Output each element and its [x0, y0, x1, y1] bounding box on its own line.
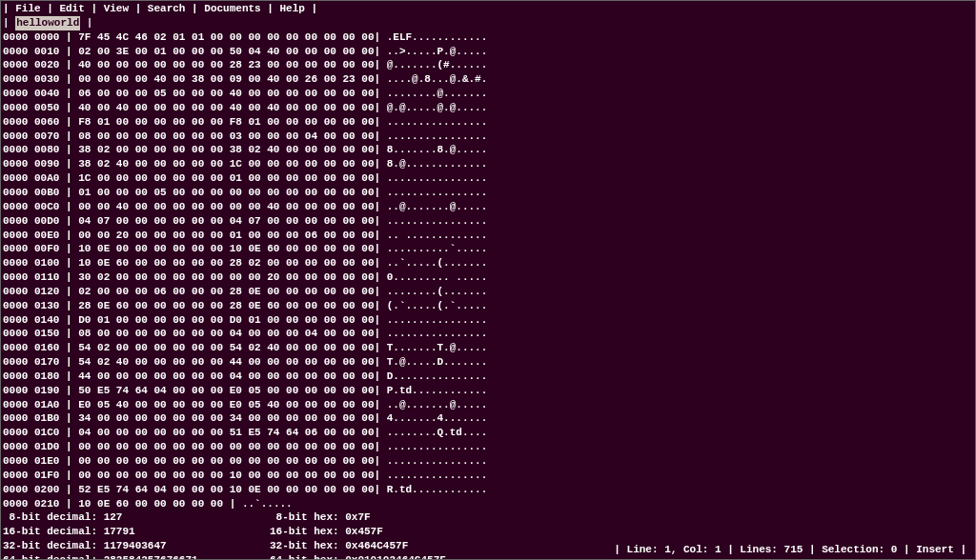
- hex-ascii[interactable]: ................: [387, 214, 488, 229]
- hex-bytes[interactable]: E0 05 40 00 00 00 00 00 E0 05 40 00 00 0…: [78, 398, 374, 412]
- menu-edit[interactable]: Edit: [59, 2, 84, 16]
- hex-ascii[interactable]: ................: [387, 469, 488, 483]
- hex-bytes[interactable]: 40 00 40 00 00 00 00 00 40 00 40 00 00 0…: [78, 101, 374, 115]
- hex-ascii[interactable]: 8.......8.@.....: [387, 143, 488, 157]
- hex-ascii[interactable]: P.td............: [387, 384, 488, 398]
- hex-bytes[interactable]: D0 01 00 00 00 00 00 00 D0 01 00 00 00 0…: [78, 313, 374, 328]
- hex-row[interactable]: 0000 01A0 | E0 05 40 00 00 00 00 00 E0 0…: [3, 398, 973, 412]
- hex-bytes[interactable]: F8 01 00 00 00 00 00 00 F8 01 00 00 00 0…: [78, 115, 374, 130]
- hex-row[interactable]: 0000 0120 | 02 00 00 00 06 00 00 00 28 0…: [3, 285, 973, 299]
- menu-view[interactable]: View: [104, 2, 129, 16]
- hex-bytes[interactable]: 34 00 00 00 00 00 00 00 34 00 00 00 00 0…: [78, 411, 374, 426]
- hex-bytes[interactable]: 00 00 40 00 00 00 00 00 00 00 40 00 00 0…: [78, 200, 374, 214]
- hex-ascii[interactable]: ................: [387, 171, 488, 186]
- hex-row[interactable]: 0000 0000 | 7F 45 4C 46 02 01 01 00 00 0…: [3, 30, 973, 45]
- hex-row[interactable]: 0000 0070 | 08 00 00 00 00 00 00 00 03 0…: [3, 130, 973, 144]
- hex-ascii[interactable]: ........(.......: [387, 285, 488, 299]
- hex-ascii[interactable]: (.`.....(.`.....: [387, 299, 488, 313]
- hex-row[interactable]: 0000 0090 | 38 02 40 00 00 00 00 00 1C 0…: [3, 157, 973, 171]
- menu-documents[interactable]: Documents: [204, 2, 260, 16]
- hex-ascii[interactable]: ..........`.....: [387, 242, 488, 256]
- hex-bytes[interactable]: 1C 00 00 00 00 00 00 00 01 00 00 00 00 0…: [78, 171, 374, 186]
- hex-row[interactable]: 0000 0210 | 10 0E 60 00 00 00 00 00 | ..…: [3, 497, 973, 511]
- hex-ascii[interactable]: .ELF............: [387, 30, 488, 45]
- hex-bytes[interactable]: 06 00 00 00 05 00 00 00 40 00 00 00 00 0…: [78, 87, 374, 101]
- hex-bytes[interactable]: 28 0E 60 00 00 00 00 00 28 0E 60 00 00 0…: [78, 299, 374, 313]
- hex-ascii[interactable]: ................: [387, 313, 488, 328]
- hex-bytes[interactable]: 7F 45 4C 46 02 01 01 00 00 00 00 00 00 0…: [78, 30, 374, 45]
- hex-row[interactable]: 0000 0050 | 40 00 40 00 00 00 00 00 40 0…: [3, 101, 973, 115]
- hex-row[interactable]: 0000 01F0 | 00 00 00 00 00 00 00 00 10 0…: [3, 469, 973, 483]
- menu-help[interactable]: Help: [280, 2, 305, 16]
- hex-row[interactable]: 0000 0080 | 38 02 00 00 00 00 00 00 38 0…: [3, 143, 973, 157]
- hex-row[interactable]: 0000 0110 | 30 02 00 00 00 00 00 00 00 0…: [3, 270, 973, 285]
- hex-ascii[interactable]: ........Q.td....: [387, 426, 488, 440]
- hex-row[interactable]: 0000 0180 | 44 00 00 00 00 00 00 00 04 0…: [3, 370, 973, 384]
- hex-bytes[interactable]: 54 02 40 00 00 00 00 00 44 00 00 00 00 0…: [78, 355, 374, 370]
- hex-bytes[interactable]: 30 02 00 00 00 00 00 00 00 00 20 00 00 0…: [78, 270, 374, 285]
- hex-row[interactable]: 0000 0150 | 08 00 00 00 00 00 00 00 04 0…: [3, 327, 973, 341]
- hex-bytes[interactable]: 08 00 00 00 00 00 00 00 03 00 00 00 04 0…: [78, 130, 374, 144]
- hex-bytes[interactable]: 00 00 00 00 00 00 00 00 10 00 00 00 00 0…: [78, 469, 374, 483]
- hex-row[interactable]: 0000 01E0 | 00 00 00 00 00 00 00 00 00 0…: [3, 454, 973, 469]
- hex-bytes[interactable]: 54 02 00 00 00 00 00 00 54 02 40 00 00 0…: [78, 341, 374, 355]
- hex-bytes[interactable]: 10 0E 60 00 00 00 00 00 28 02 00 00 00 0…: [78, 256, 374, 270]
- hex-bytes[interactable]: 02 00 00 00 06 00 00 00 28 0E 00 00 00 0…: [78, 285, 374, 299]
- hex-row[interactable]: 0000 0030 | 00 00 00 00 40 00 38 00 09 0…: [3, 72, 973, 87]
- hex-row[interactable]: 0000 00F0 | 10 0E 00 00 00 00 00 00 10 0…: [3, 242, 973, 256]
- hex-ascii[interactable]: R.td............: [387, 483, 488, 497]
- hex-row[interactable]: 0000 0020 | 40 00 00 00 00 00 00 00 28 2…: [3, 58, 973, 72]
- hex-bytes[interactable]: 40 00 00 00 00 00 00 00 28 23 00 00 00 0…: [78, 58, 374, 72]
- hex-row[interactable]: 0000 01B0 | 34 00 00 00 00 00 00 00 34 0…: [3, 411, 973, 426]
- hex-ascii[interactable]: T.@.....D.......: [387, 355, 488, 370]
- hex-ascii[interactable]: ................: [387, 130, 488, 144]
- hex-row[interactable]: 0000 00D0 | 04 07 00 00 00 00 00 00 04 0…: [3, 214, 973, 229]
- menu-file[interactable]: File: [15, 2, 40, 16]
- hex-bytes[interactable]: 00 00 00 00 40 00 38 00 09 00 40 00 26 0…: [78, 72, 374, 87]
- hex-ascii[interactable]: @.......(#......: [387, 58, 488, 72]
- hex-row[interactable]: 0000 00A0 | 1C 00 00 00 00 00 00 00 01 0…: [3, 171, 973, 186]
- hex-bytes[interactable]: 00 00 00 00 00 00 00 00 00 00 00 00 00 0…: [78, 454, 374, 469]
- hex-ascii[interactable]: 8.@.............: [387, 157, 488, 171]
- hex-row[interactable]: 0000 0140 | D0 01 00 00 00 00 00 00 D0 0…: [3, 313, 973, 328]
- hex-row[interactable]: 0000 0100 | 10 0E 60 00 00 00 00 00 28 0…: [3, 256, 973, 270]
- hex-bytes[interactable]: 10 0E 00 00 00 00 00 00 10 0E 60 00 00 0…: [78, 242, 374, 256]
- hex-bytes[interactable]: 02 00 3E 00 01 00 00 00 50 04 40 00 00 0…: [78, 45, 374, 59]
- hex-bytes[interactable]: 00 00 00 00 00 00 00 00 00 00 00 00 00 0…: [78, 440, 374, 454]
- hex-bytes[interactable]: 08 00 00 00 00 00 00 00 04 00 00 00 04 0…: [78, 327, 374, 341]
- hex-bytes[interactable]: 10 0E 60 00 00 00 00 00: [78, 497, 229, 511]
- hex-row[interactable]: 0000 0130 | 28 0E 60 00 00 00 00 00 28 0…: [3, 299, 973, 313]
- hex-row[interactable]: 0000 0160 | 54 02 00 00 00 00 00 00 54 0…: [3, 341, 973, 355]
- hex-bytes[interactable]: 04 00 00 00 00 00 00 00 51 E5 74 64 06 0…: [78, 426, 374, 440]
- hex-ascii[interactable]: @.@.....@.@.....: [387, 101, 488, 115]
- hex-row[interactable]: 0000 01C0 | 04 00 00 00 00 00 00 00 51 E…: [3, 426, 973, 440]
- hex-row[interactable]: 0000 0010 | 02 00 3E 00 01 00 00 00 50 0…: [3, 45, 973, 59]
- hex-row[interactable]: 0000 00E0 | 00 00 20 00 00 00 00 00 01 0…: [3, 229, 973, 243]
- hex-ascii[interactable]: ................: [387, 440, 488, 454]
- hex-row[interactable]: 0000 0040 | 06 00 00 00 05 00 00 00 40 0…: [3, 87, 973, 101]
- hex-bytes[interactable]: 01 00 00 00 05 00 00 00 00 00 00 00 00 0…: [78, 186, 374, 200]
- hex-row[interactable]: 0000 00B0 | 01 00 00 00 05 00 00 00 00 0…: [3, 186, 973, 200]
- hex-row[interactable]: 0000 00C0 | 00 00 40 00 00 00 00 00 00 0…: [3, 200, 973, 214]
- hex-ascii[interactable]: ..@.......@.....: [387, 398, 488, 412]
- hex-bytes[interactable]: 50 E5 74 64 04 00 00 00 E0 05 00 00 00 0…: [78, 384, 374, 398]
- hex-ascii[interactable]: ..`.....(.......: [387, 256, 488, 270]
- hex-ascii[interactable]: 0......... .....: [387, 270, 488, 285]
- hex-bytes[interactable]: 52 E5 74 64 04 00 00 00 10 0E 00 00 00 0…: [78, 483, 374, 497]
- hex-row[interactable]: 0000 0060 | F8 01 00 00 00 00 00 00 F8 0…: [3, 115, 973, 130]
- hex-ascii[interactable]: ........@.......: [387, 87, 488, 101]
- hex-ascii[interactable]: .. .............: [387, 229, 488, 243]
- hex-ascii[interactable]: T.......T.@.....: [387, 341, 488, 355]
- hex-ascii[interactable]: ................: [387, 186, 488, 200]
- hex-ascii[interactable]: ................: [387, 115, 488, 130]
- hex-row[interactable]: 0000 0190 | 50 E5 74 64 04 00 00 00 E0 0…: [3, 384, 973, 398]
- hex-ascii[interactable]: ..>.....P.@.....: [387, 45, 488, 59]
- tab-active[interactable]: helloworld: [15, 16, 80, 30]
- hex-ascii[interactable]: ................: [387, 454, 488, 469]
- hex-row[interactable]: 0000 0170 | 54 02 40 00 00 00 00 00 44 0…: [3, 355, 973, 370]
- hex-ascii[interactable]: ..@.......@.....: [387, 200, 488, 214]
- hex-bytes[interactable]: 38 02 00 00 00 00 00 00 38 02 40 00 00 0…: [78, 143, 374, 157]
- hex-ascii[interactable]: 4.......4.......: [387, 411, 488, 426]
- hex-bytes[interactable]: 38 02 40 00 00 00 00 00 1C 00 00 00 00 0…: [78, 157, 374, 171]
- hex-bytes[interactable]: 00 00 20 00 00 00 00 00 01 00 00 00 06 0…: [78, 229, 374, 243]
